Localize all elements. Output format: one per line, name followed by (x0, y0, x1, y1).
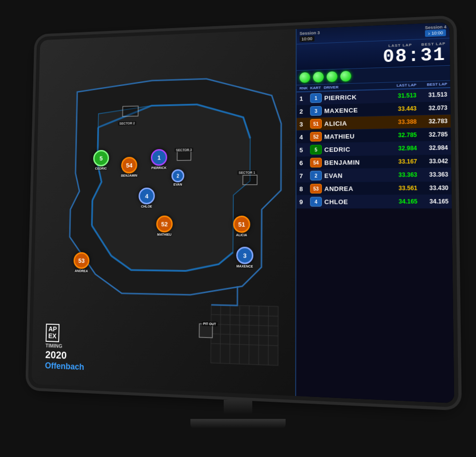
row-rank-8: 9 (299, 198, 310, 205)
row-kart-badge-5: 54 (310, 158, 322, 167)
row-driver-name-4: CEDRIC (324, 145, 387, 153)
row-last-lap-8: 34.165 (387, 198, 418, 205)
chevron-right-icon: › (428, 30, 430, 36)
row-last-lap-6: 33.363 (387, 171, 417, 179)
kart-label-3: MAXENCE (237, 265, 253, 268)
col-bestlap-header: BEST LAP (416, 82, 447, 87)
table-row: 5 5 CEDRIC 32.984 32.984 (297, 141, 451, 157)
row-rank-5: 6 (299, 159, 310, 166)
table-row: 8 53 ANDREA 33.561 33.430 (297, 181, 452, 195)
row-driver-name-0: PIERRICK (324, 92, 386, 101)
status-dot-3 (327, 71, 337, 82)
row-driver-name-7: ANDREA (324, 185, 387, 192)
kart-label-53: ANDREA (75, 269, 88, 272)
sector-1-label: SECTOR 1 (237, 170, 257, 175)
row-driver-name-8: CHLOE (324, 198, 387, 206)
brand-logo-area: APEX TIMING 2020 Offenbach (45, 324, 85, 372)
brand-city: Offenbach (45, 361, 84, 372)
row-driver-name-1: MAXENCE (324, 106, 386, 114)
row-driver-name-3: MATHIEU (324, 132, 387, 140)
big-timer-area: LAST LAP BEST LAP 08:31 (297, 39, 450, 71)
kart-label-2: EVAN (173, 183, 182, 186)
row-best-lap-2: 32.783 (416, 118, 447, 125)
row-best-lap-7: 33.430 (417, 185, 448, 192)
row-last-lap-2: 33.388 (386, 118, 416, 126)
tv-screen: 5 CEDRIC 54 BENJAMIN 1 PIERRICK 2 (31, 22, 454, 403)
row-best-lap-4: 32.984 (417, 144, 448, 151)
kart-number-2: 2 (177, 173, 179, 179)
row-rank-4: 5 (299, 146, 310, 153)
row-kart-badge-1: 3 (310, 106, 322, 116)
kart-number-3: 3 (243, 252, 247, 259)
row-best-lap-5: 33.042 (417, 158, 448, 165)
row-driver-name-2: ALICIA (324, 119, 386, 127)
row-kart-badge-7: 53 (310, 184, 322, 193)
scoreboard: Session 3 10:00 Session 4 › 10:00 LAST L… (295, 22, 454, 403)
stand-neck (224, 400, 252, 414)
kart-icon-2: 2 EVAN (171, 169, 184, 186)
kart-icon-52: 52 MATHIEU (156, 216, 173, 236)
brand-year: 2020 (45, 349, 85, 363)
kart-icon-51: 51 ALICIA (233, 216, 250, 237)
session3-info: Session 3 10:00 (299, 30, 320, 41)
pit-out-label: PIT OUT (202, 321, 218, 326)
row-rank-7: 8 (299, 185, 310, 192)
row-kart-badge-0: 1 (310, 93, 322, 103)
svg-line-12 (249, 306, 249, 364)
col-kart-header: KART (310, 86, 324, 90)
kart-number-51: 51 (238, 221, 245, 228)
row-rank-2: 3 (299, 120, 310, 128)
row-kart-badge-4: 5 (310, 145, 322, 155)
kart-label-54: BENJAMIN (121, 174, 137, 177)
row-rank-0: 1 (299, 95, 310, 102)
row-last-lap-4: 32.984 (387, 145, 417, 152)
row-kart-badge-3: 52 (310, 132, 322, 142)
session3-label: Session 3 (299, 30, 320, 36)
tv-stand (190, 400, 286, 428)
kart-icon-1: 1 PIERRICK (151, 149, 168, 169)
kart-icon-53: 53 ANDREA (73, 252, 89, 273)
table-row: 7 2 EVAN 33.363 33.363 (297, 168, 452, 182)
row-best-lap-8: 34.165 (417, 198, 449, 205)
status-dot-4 (340, 71, 351, 82)
kart-label-4: CHLOE (141, 205, 152, 208)
kart-number-5: 5 (99, 155, 103, 161)
kart-icon-4: 4 CHLOE (139, 188, 155, 208)
kart-number-53: 53 (78, 257, 85, 264)
stand-base (190, 419, 286, 428)
svg-line-13 (258, 306, 259, 365)
row-kart-badge-6: 2 (310, 171, 322, 180)
kart-label-52: MATHIEU (157, 233, 171, 236)
apex-logo-box: APEX (46, 324, 60, 342)
svg-rect-3 (243, 175, 257, 185)
row-rank-3: 4 (299, 133, 310, 140)
row-last-lap-1: 33.443 (386, 105, 416, 113)
table-row: 9 4 CHLOE 34.165 34.165 (297, 195, 452, 209)
status-dot-2 (313, 72, 324, 83)
kart-number-1: 1 (158, 154, 161, 161)
row-kart-badge-8: 4 (310, 197, 322, 206)
session4-timer-box: › 10:00 (425, 29, 446, 37)
session4-timer-value: 10:00 (431, 30, 443, 36)
kart-label-1: PIERRICK (151, 166, 167, 169)
kart-icon-3: 3 MAXENCE (236, 247, 253, 268)
table-row: 6 54 BENJAMIN 33.167 33.042 (297, 155, 451, 169)
row-last-lap-7: 33.561 (387, 185, 417, 192)
kart-number-4: 4 (145, 192, 149, 199)
row-best-lap-0: 31.513 (416, 91, 447, 99)
standings-list: 1 1 PIERRICK 31.513 31.513 2 3 MAXENCE 3… (297, 88, 452, 209)
kart-number-52: 52 (161, 220, 168, 228)
session4-info: Session 4 › 10:00 (425, 24, 446, 37)
row-rank-1: 2 (299, 108, 310, 115)
session3-timer: 10:00 (299, 36, 314, 42)
tv-shell: 5 CEDRIC 54 BENJAMIN 1 PIERRICK 2 (10, 19, 466, 428)
col-rnk-header: RNK (299, 86, 310, 90)
track-area: 5 CEDRIC 54 BENJAMIN 1 PIERRICK 2 (31, 29, 310, 397)
col-driver-header: DRIVER (324, 84, 386, 90)
kart-number-54: 54 (126, 162, 133, 169)
sector-3-label: SECTOR 3 (175, 148, 193, 152)
row-last-lap-3: 32.785 (387, 131, 417, 139)
row-last-lap-5: 33.167 (387, 158, 417, 165)
apex-logo-text: APEX (48, 326, 57, 340)
row-best-lap-6: 33.363 (417, 171, 448, 178)
